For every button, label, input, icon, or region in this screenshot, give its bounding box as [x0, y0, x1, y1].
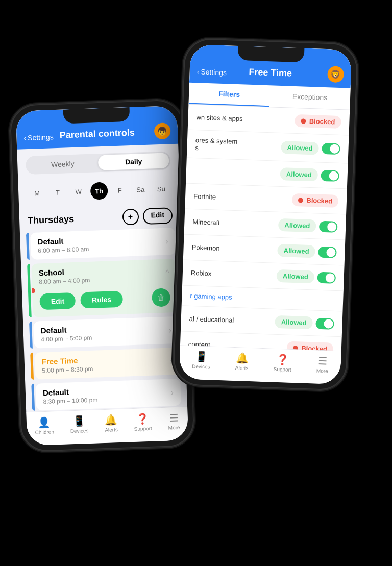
status-badge-educational[interactable]: Allowed — [275, 315, 313, 330]
status-badge-pokemon[interactable]: Allowed — [277, 244, 315, 258]
chevron-up-icon: ^ — [165, 268, 169, 277]
nav-alerts[interactable]: 🔔 Alerts — [104, 413, 118, 433]
devices-icon-right: 📱 — [195, 350, 208, 363]
day-tue[interactable]: T — [49, 183, 67, 201]
schedule-item-default-1: Default 6:00 am – 8:00 am › — [26, 228, 176, 260]
day-thu[interactable]: Th — [90, 182, 108, 200]
schedule-actions: Edit Rules 🗑 — [32, 286, 178, 317]
more-icon-right: ☰ — [318, 355, 328, 367]
edit-button[interactable]: Edit — [142, 207, 173, 225]
bottom-nav-right: 📱 Devices 🔔 Alerts ❓ Support ☰ — [179, 345, 341, 384]
edit-schedule-button[interactable]: Edit — [39, 292, 76, 310]
toggle-minecraft[interactable] — [319, 220, 338, 232]
red-dot — [301, 118, 306, 124]
status-badge-allowed[interactable]: Allowed — [281, 141, 319, 155]
weekly-tab[interactable]: Weekly — [27, 155, 99, 173]
chevron-icon: › — [170, 388, 174, 397]
bottom-nav: 👤 Children 📱 Devices 🔔 Alerts ❓ Support — [26, 406, 188, 446]
tab-exceptions[interactable]: Exceptions — [269, 85, 350, 109]
trash-icon: 🗑 — [157, 293, 165, 302]
schedule-item-school: School 8:00 am – 4:00 pm ^ Edit Rules 🗑 — [27, 259, 178, 317]
right-avatar: 🦁 — [327, 66, 344, 83]
status-badge-blocked[interactable]: Blocked — [295, 114, 341, 129]
schedule-item-freetime: Free Time 5:00 pm – 8:30 pm › — [30, 348, 180, 380]
schedule-item-default-3: Default 8:30 pm – 10:00 pm › — [31, 379, 181, 411]
filters-list: wn sites & apps Blocked ores & systems — [179, 105, 350, 385]
nav-devices[interactable]: 📱 Devices — [70, 414, 89, 434]
left-phone: ‹ Settings Parental controls 👦 Weekly Da… — [9, 99, 195, 452]
schedule-item-default-2: Default 4:00 pm – 5:00 pm › — [29, 316, 179, 349]
chevron-left-icon: ‹ — [197, 67, 199, 76]
nav-more[interactable]: ☰ More — [168, 411, 180, 431]
more-icon: ☰ — [169, 411, 179, 424]
day-sat[interactable]: Sa — [132, 181, 150, 199]
status-badge-minecraft[interactable]: Allowed — [278, 218, 316, 233]
status-badge-allowed-2[interactable]: Allowed — [280, 167, 318, 182]
chevron-left-icon: ‹ — [23, 134, 26, 142]
children-icon: 👤 — [38, 416, 51, 429]
day-wed[interactable]: W — [69, 183, 87, 201]
toggle-pokemon[interactable] — [318, 246, 337, 258]
toggle-stores[interactable] — [322, 143, 340, 155]
add-button[interactable]: + — [122, 208, 139, 225]
toggle-roblox[interactable] — [317, 272, 336, 283]
nav-right-more[interactable]: ☰ More — [316, 355, 329, 374]
schedule-item-header-d3[interactable]: Default 8:30 pm – 10:00 pm › — [35, 379, 181, 411]
schedule-item-header-ft[interactable]: Free Time 5:00 pm – 8:30 pm › — [34, 348, 180, 380]
back-label: Settings — [28, 133, 54, 142]
devices-icon: 📱 — [72, 414, 86, 427]
avatar: 👦 — [154, 122, 171, 139]
toggle-empty[interactable] — [321, 169, 339, 181]
nav-support[interactable]: ❓ Support — [134, 412, 152, 432]
nav-right-devices[interactable]: 📱 Devices — [192, 350, 211, 370]
day-selector: M T W Th F Sa Su — [18, 177, 180, 206]
support-icon: ❓ — [136, 412, 150, 425]
red-dot-fortnite — [298, 198, 303, 203]
day-sun[interactable]: Su — [152, 180, 170, 198]
day-mon[interactable]: M — [28, 184, 46, 202]
schedule-item-header[interactable]: Default 6:00 am – 8:00 am › — [30, 228, 176, 260]
section-actions: + Edit — [122, 207, 173, 225]
schedule-item-header-d2[interactable]: Default 4:00 pm – 5:00 pm › — [33, 316, 179, 349]
nav-right-alerts[interactable]: 🔔 Alerts — [235, 352, 249, 371]
back-button[interactable]: ‹ Settings — [23, 133, 54, 142]
status-badge-fortnite[interactable]: Blocked — [292, 193, 338, 208]
view-toggle: Weekly Daily — [26, 151, 171, 175]
nav-right-support[interactable]: ❓ Support — [274, 353, 292, 373]
right-phone: ‹ Settings Free Time 🦁 Filters Exception… — [173, 38, 358, 390]
chevron-icon: › — [165, 237, 168, 246]
notch — [63, 107, 130, 124]
chevron-icon: › — [168, 326, 172, 335]
status-badge-roblox[interactable]: Allowed — [277, 269, 315, 284]
toggle-educational[interactable] — [315, 317, 334, 329]
alerts-icon-right: 🔔 — [235, 352, 249, 364]
day-fri[interactable]: F — [111, 181, 129, 199]
delete-button[interactable]: 🗑 — [152, 288, 170, 307]
phones-container: ‹ Settings Parental controls 👦 Weekly Da… — [0, 0, 392, 566]
tab-filters[interactable]: Filters — [188, 83, 270, 107]
back-button-right[interactable]: ‹ Settings — [197, 67, 227, 77]
chevron-icon: › — [169, 357, 173, 366]
rules-button[interactable]: Rules — [81, 291, 123, 309]
daily-tab[interactable]: Daily — [98, 153, 169, 170]
nav-children[interactable]: 👤 Children — [35, 415, 55, 435]
alerts-icon: 🔔 — [104, 413, 117, 426]
support-icon-right: ❓ — [276, 353, 289, 366]
notch-right — [238, 46, 305, 63]
